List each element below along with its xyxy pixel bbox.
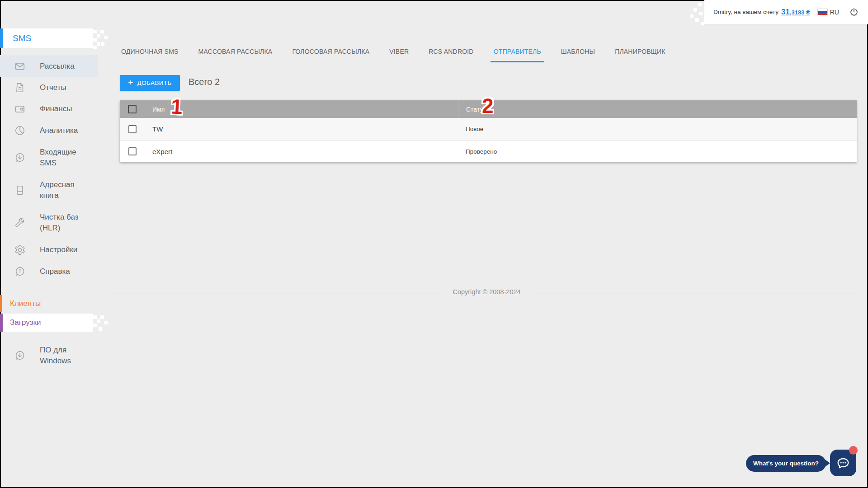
sender-name: TW	[145, 125, 458, 133]
wrench-icon	[14, 217, 26, 229]
balance-fraction: ,3183 ₴	[790, 9, 810, 16]
sidebar-item-finansy[interactable]: Финансы	[0, 98, 98, 120]
downloads-label: Загрузки	[3, 318, 41, 327]
app-root: Dmitry, на вашем счету 31,3183 ₴ RU SMS …	[0, 0, 868, 488]
footer: Copyright © 2008-2024	[105, 288, 868, 296]
tab-otpravitel[interactable]: ОТПРАВИТЕЛЬ	[492, 42, 542, 62]
pixel-decoration	[93, 315, 97, 319]
sender-status: Проверено	[458, 141, 857, 162]
sidebar-item-label: Справка	[40, 266, 70, 277]
language-code: RU	[830, 9, 839, 16]
row-checkbox[interactable]	[128, 125, 137, 133]
pie-chart-icon	[14, 125, 26, 136]
sender-name: eXpert	[145, 148, 458, 155]
annotation-number-2: 2	[482, 95, 494, 116]
column-header-status: Статус	[458, 100, 857, 118]
sidebar-item-label: Настройки	[40, 244, 77, 255]
sidebar-item-label: Аналитика	[40, 125, 78, 136]
tab-rcs-android[interactable]: RCS ANDROID	[427, 42, 475, 62]
wallet-icon	[14, 103, 26, 115]
sidebar-item-label: ПО для	[40, 345, 71, 356]
incoming-sms-icon	[14, 152, 26, 164]
select-all-checkbox[interactable]	[128, 105, 137, 113]
annotation-number-1: 1	[170, 96, 183, 117]
report-icon	[14, 82, 26, 94]
tab-shablony[interactable]: ШАБЛОНЫ	[560, 42, 596, 62]
sidebar-item-label: Финансы	[40, 103, 72, 114]
sidebar-item-label-line2: книга	[40, 190, 75, 201]
balance-integer: 31	[781, 8, 790, 16]
tab-bar: ОДИНОЧНАЯ SMS МАССОВАЯ РАССЫЛКА ГОЛОСОВА…	[120, 42, 857, 62]
sidebar-item-po-dlya-windows[interactable]: ПО для Windows	[0, 342, 98, 370]
table-row: TW Новое	[120, 118, 857, 140]
tab-odinochnaya-sms[interactable]: ОДИНОЧНАЯ SMS	[120, 42, 180, 62]
sidebar-item-label: Адресная	[40, 179, 75, 190]
footer-divider-right	[529, 292, 863, 292]
clients-label: Клиенты	[2, 299, 41, 308]
table-header-checkbox-cell	[120, 100, 145, 118]
sidebar-section-title: SMS	[3, 33, 31, 43]
sidebar-item-nastroyki[interactable]: Настройки	[0, 239, 98, 261]
address-book-icon	[14, 184, 26, 196]
account-balance-text: Dmitry, на вашем счету	[713, 9, 778, 15]
sidebar-item-spravka[interactable]: ? Справка	[0, 261, 98, 282]
copyright-text: Copyright © 2008-2024	[453, 288, 520, 296]
add-sender-button[interactable]: + ДОБАВИТЬ	[120, 75, 180, 91]
topbar: Dmitry, на вашем счету 31,3183 ₴ RU	[704, 0, 868, 24]
power-icon	[849, 7, 859, 17]
sidebar-item-label-line2: Windows	[40, 356, 71, 366]
footer-divider-left	[111, 292, 444, 292]
tab-massovaya-rassylka[interactable]: МАССОВАЯ РАССЫЛКА	[197, 42, 274, 62]
add-button-label: ДОБАВИТЬ	[137, 80, 172, 86]
logout-button[interactable]	[849, 7, 859, 17]
sender-status: Новое	[458, 118, 857, 140]
row-checkbox[interactable]	[128, 147, 137, 155]
sidebar-item-vhodyashchie-sms[interactable]: Входящие SMS	[0, 144, 98, 172]
sidebar-item-otchety[interactable]: Отчеты	[0, 77, 98, 98]
sidebar-item-chistka-baz[interactable]: Чистка баз (HLR)	[0, 209, 98, 237]
sidebar-section-clients[interactable]: Клиенты	[0, 295, 98, 312]
plus-icon: +	[128, 78, 133, 88]
chat-notification-dot	[849, 446, 858, 455]
sidebar-item-rassylka[interactable]: Рассылка	[0, 55, 98, 77]
sidebar-section-downloads[interactable]: Загрузки	[0, 314, 93, 332]
total-count: Всего 2	[189, 77, 220, 87]
sidebar-item-adresnaya-kniga[interactable]: Адресная книга	[0, 176, 98, 204]
pixel-decoration	[93, 30, 97, 33]
language-selector[interactable]: RU	[817, 9, 839, 16]
question-icon: ?	[14, 266, 26, 277]
sidebar-item-analitika[interactable]: Аналитика	[0, 120, 98, 141]
gear-icon	[14, 244, 26, 256]
sidebar-section-sms: SMS	[0, 28, 93, 48]
svg-text:?: ?	[19, 268, 22, 274]
sidebar-divider	[0, 294, 105, 294]
sidebar-item-label: Входящие	[40, 147, 76, 158]
chat-prompt-bubble[interactable]: What's your question?	[746, 455, 826, 472]
sidebar-item-label: Отчеты	[40, 82, 66, 93]
sidebar-item-label: Чистка баз	[40, 212, 79, 223]
envelope-icon	[14, 61, 26, 72]
sidebar-item-label-line2: SMS	[40, 158, 76, 169]
pixel-decoration	[698, 3, 702, 6]
balance-link[interactable]: 31,3183 ₴	[781, 8, 810, 17]
table-row: eXpert Проверено	[120, 140, 857, 162]
tab-viber[interactable]: VIBER	[388, 42, 410, 62]
russia-flag-icon	[817, 9, 828, 15]
sidebar-item-label-line2: (HLR)	[40, 223, 79, 234]
tab-planirovshchik[interactable]: ПЛАНИРОВЩИК	[613, 42, 667, 62]
chat-icon	[836, 456, 850, 470]
column-header-name: Имя	[145, 106, 458, 113]
tab-golosovaya-rassylka[interactable]: ГОЛОСОВАЯ РАССЫЛКА	[291, 42, 371, 62]
sidebar-item-label: Рассылка	[40, 61, 75, 72]
download-icon	[14, 350, 26, 361]
